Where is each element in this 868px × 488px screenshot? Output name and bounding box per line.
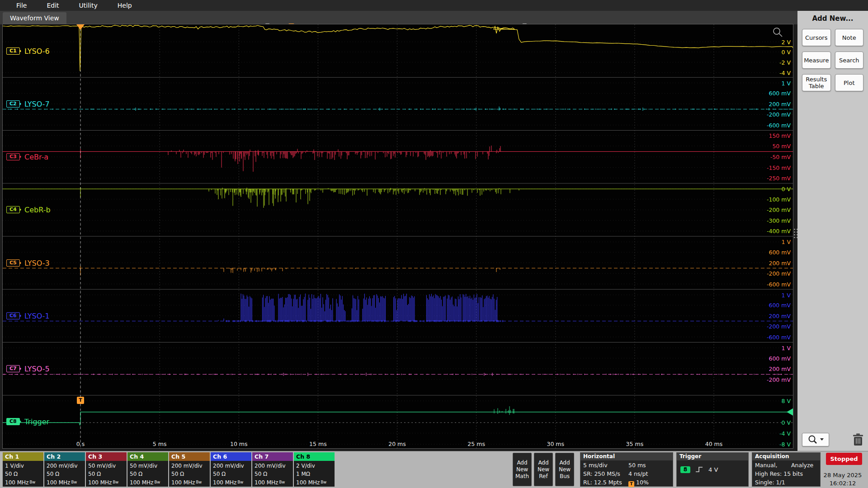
- channel-scale-3: 50 mV/div: [88, 462, 127, 470]
- panel-splitter-handle[interactable]: [794, 225, 797, 241]
- channel-impedance-6: 50 Ω: [213, 470, 251, 478]
- acquisition-title: Acquisition: [752, 453, 820, 460]
- waveform-canvas: [3, 24, 793, 448]
- channel-settings-4[interactable]: Ch 450 mV/div50 Ω100 MHzBw: [127, 452, 168, 487]
- channel-settings-1[interactable]: Ch 11 V/div50 Ω100 MHzBw: [3, 452, 43, 487]
- scale-label-c1-1: 0 V: [782, 48, 791, 55]
- channel-badge-c5[interactable]: C5: [6, 259, 20, 267]
- channel-settings-body-5: 200 mV/div50 Ω100 MHzBw: [169, 461, 210, 487]
- channel-settings-title-8: Ch 8: [294, 452, 335, 461]
- button-search[interactable]: Search: [835, 52, 864, 69]
- menu-file[interactable]: File: [6, 0, 37, 11]
- scale-label-c5-0: 1 V: [782, 239, 791, 245]
- date-label: 28 May 2025: [819, 471, 866, 479]
- button-measure[interactable]: Measure: [802, 52, 831, 69]
- add-new-title: Add New...: [797, 11, 868, 23]
- channel-bandwidth-7: 100 MHzBw: [255, 478, 293, 487]
- channel-impedance-8: 1 MΩ: [296, 470, 335, 478]
- acquisition-sequence: Single: 1/1: [755, 478, 817, 487]
- zoom-button[interactable]: [802, 433, 829, 446]
- channel-scale-6: 200 mV/div: [213, 462, 251, 470]
- trigger-level: 4 V: [708, 466, 718, 473]
- acquisition-panel[interactable]: Acquisition Manual, Analyze High Res: 15…: [752, 452, 821, 487]
- channel-name-c6: LYSO-1: [24, 311, 50, 320]
- scale-label-c4-0: 0 V: [782, 186, 791, 192]
- add-new-panel: Add New... CursorsNoteMeasureSearchResul…: [797, 11, 868, 451]
- time-label-6: 30 ms: [547, 441, 564, 447]
- trigger-flag[interactable]: T: [77, 397, 84, 404]
- trigger-position-icon: T: [628, 481, 634, 487]
- scale-label-c3-4: -250 mV: [767, 175, 791, 182]
- scale-label-c2-3: -200 mV: [767, 111, 791, 118]
- channel-settings-8[interactable]: Ch 82 V/div1 MΩ100 MHzBw: [294, 452, 335, 487]
- button-plot[interactable]: Plot: [835, 74, 864, 91]
- channel-settings-body-2: 200 mV/div50 Ω100 MHzBw: [44, 461, 85, 487]
- channel-badge-c3[interactable]: C3: [6, 153, 20, 160]
- channel-settings-body-1: 1 V/div50 Ω100 MHzBw: [3, 461, 43, 487]
- channel-badge-c7[interactable]: C7: [6, 365, 20, 372]
- channel-name-c7: LYSO-5: [24, 365, 50, 373]
- channel-settings-6[interactable]: Ch 6200 mV/div50 Ω100 MHzBw: [211, 452, 251, 487]
- add-new-ref-button[interactable]: AddNewRef: [534, 453, 553, 486]
- menu-help[interactable]: Help: [108, 0, 142, 11]
- acquisition-mode: Manual,: [755, 461, 791, 469]
- trigger-level-arrow[interactable]: [787, 408, 793, 416]
- zoom-overlay-icon[interactable]: [774, 28, 782, 37]
- trigger-position: T10%: [628, 478, 670, 487]
- scale-label-c3-0: 150 mV: [769, 132, 791, 139]
- tab-waveform-view[interactable]: Waveform View: [3, 12, 66, 24]
- channel-badge-c1[interactable]: C1: [6, 47, 20, 55]
- channel-settings-3[interactable]: Ch 350 mV/div50 Ω100 MHzBw: [86, 452, 127, 487]
- scale-label-c7-0: 1 V: [782, 344, 791, 351]
- waveform-display[interactable]: C1LYSO-62 V0 V-2 V-4 VC2LYSO-71 V600 mV2…: [2, 24, 793, 449]
- channel-name-c2: LYSO-7: [24, 99, 50, 108]
- channel-badge-c8[interactable]: C8: [6, 418, 20, 425]
- channel-settings-title-7: Ch 7: [252, 452, 293, 461]
- tab-label: Waveform View: [10, 14, 59, 22]
- channel-impedance-5: 50 Ω: [171, 470, 210, 478]
- channel-settings-7[interactable]: Ch 7200 mV/div50 Ω100 MHzBw: [252, 452, 293, 487]
- button-note[interactable]: Note: [835, 29, 864, 46]
- channel-badge-c2[interactable]: C2: [6, 100, 20, 108]
- horizontal-scale: 5 ms/div: [583, 461, 628, 469]
- scale-label-c1-0: 2 V: [782, 38, 791, 45]
- add-new-math-button[interactable]: AddNewMath: [513, 453, 532, 486]
- scale-label-c7-3: -200 mV: [767, 376, 791, 383]
- channel-scale-2: 200 mV/div: [47, 462, 85, 470]
- channel-bandwidth-6: 100 MHzBw: [213, 478, 251, 487]
- scale-label-c2-1: 600 mV: [769, 90, 791, 97]
- channel-settings-2[interactable]: Ch 2200 mV/div50 Ω100 MHzBw: [44, 452, 85, 487]
- channel-scale-5: 200 mV/div: [171, 462, 210, 470]
- scale-label-c5-4: -600 mV: [767, 281, 791, 287]
- bandwidth-limit-icon: Bw: [321, 480, 326, 484]
- menu-utility[interactable]: Utility: [69, 0, 108, 11]
- channel-badge-c6[interactable]: C6: [6, 312, 20, 319]
- trash-icon[interactable]: [853, 433, 863, 446]
- time-label-1: 5 ms: [153, 441, 167, 447]
- menu-edit[interactable]: Edit: [37, 0, 69, 11]
- trigger-panel[interactable]: Trigger 8 4 V: [676, 452, 749, 487]
- channel-settings-body-4: 50 mV/div50 Ω100 MHzBw: [127, 461, 168, 487]
- channel-name-c5: LYSO-3: [24, 258, 50, 267]
- time-label-5: 25 ms: [467, 441, 485, 447]
- scale-label-c6-2: 200 mV: [769, 312, 791, 319]
- add-new-bus-button[interactable]: AddNewBus: [555, 453, 574, 486]
- bandwidth-limit-icon: Bw: [237, 480, 243, 484]
- record-length: RL: 12.5 Mpts: [583, 478, 628, 487]
- button-results-table[interactable]: Results Table: [802, 74, 831, 91]
- horizontal-panel[interactable]: Horizontal 5 ms/div 50 ms SR: 250 MS/s 4…: [580, 452, 673, 487]
- settings-bar: Horizontal 5 ms/div 50 ms SR: 250 MS/s 4…: [0, 451, 868, 488]
- bandwidth-limit-icon: Bw: [29, 480, 35, 484]
- time-label-2: 10 ms: [230, 441, 248, 447]
- scale-label-c4-1: -100 mV: [767, 196, 791, 202]
- horizontal-title: Horizontal: [580, 453, 673, 460]
- channel-badge-c4[interactable]: C4: [6, 206, 20, 213]
- channel-scale-1: 1 V/div: [5, 462, 43, 470]
- channel-bandwidth-8: 100 MHzBw: [296, 478, 335, 487]
- trigger-body: 8 4 V: [677, 460, 748, 473]
- time-label-0: 0 s: [76, 441, 85, 447]
- channel-settings-5[interactable]: Ch 5200 mV/div50 Ω100 MHzBw: [169, 452, 210, 487]
- button-cursors[interactable]: Cursors: [802, 29, 831, 46]
- channel-settings-body-3: 50 mV/div50 Ω100 MHzBw: [86, 461, 127, 487]
- bandwidth-limit-icon: Bw: [279, 480, 285, 484]
